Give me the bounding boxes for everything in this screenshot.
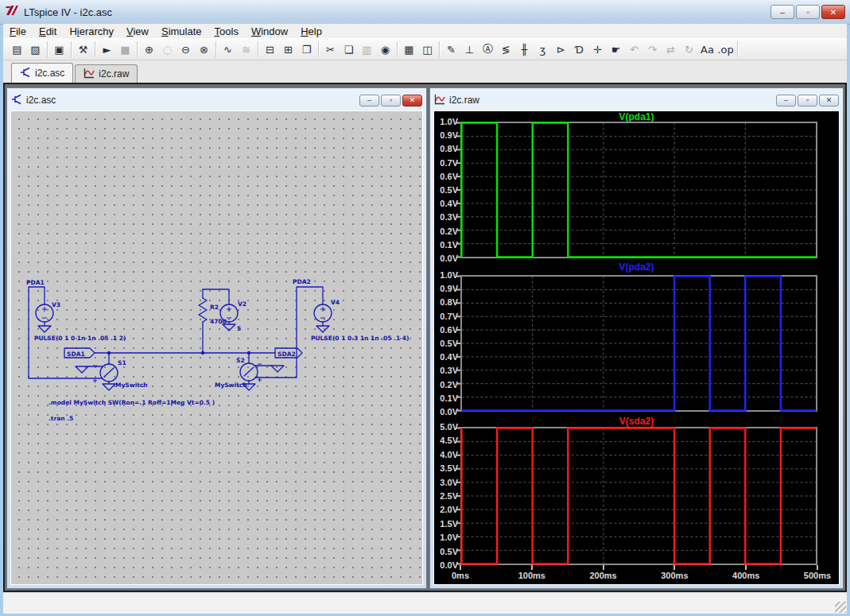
schematic-window-title: i2c.asc	[26, 95, 56, 106]
close-button[interactable]: ✕	[402, 95, 422, 107]
menu-hierarchy[interactable]: Hierarchy	[63, 25, 120, 38]
toolbar-separator	[439, 41, 440, 57]
menu-file[interactable]: File	[3, 25, 33, 38]
place-text-button[interactable]: Aa	[698, 41, 716, 58]
menu-simulate[interactable]: Simulate	[155, 25, 208, 38]
cascade-windows-button[interactable]: ❐	[297, 41, 316, 58]
place-ground-button[interactable]: ⊥	[460, 41, 479, 58]
zoom-in-button[interactable]: ⊕	[140, 41, 158, 58]
plot-title-3[interactable]: V(sda2)	[434, 416, 839, 427]
schematic-window-titlebar[interactable]: i2c.asc –▫✕	[10, 91, 424, 110]
schematic-window: i2c.asc –▫✕	[6, 87, 427, 589]
open-file-button[interactable]: ▨	[26, 41, 45, 58]
place-component-button[interactable]: Ɗ	[570, 41, 588, 58]
toolbar-separator	[47, 41, 48, 57]
menu-window[interactable]: Window	[245, 25, 294, 38]
net-flag-sda2: SDA2	[278, 351, 296, 358]
x-tick	[673, 565, 675, 570]
status-bar	[3, 592, 847, 614]
ltspice-main-window: LTspice IV - i2c.asc –▫✕ FileEditHierarc…	[0, 0, 850, 616]
draw-wire-button[interactable]: ✎	[442, 41, 460, 58]
autorange-waveform-button[interactable]: ∿	[219, 41, 237, 58]
y-tick-label: 0.4V	[434, 353, 458, 362]
v2-value: 5	[237, 325, 241, 332]
v3-name: V3	[52, 301, 60, 308]
s1-name: S1	[118, 359, 126, 366]
control-panel-button[interactable]: ⚒	[74, 41, 92, 58]
rotate-button: ↻	[680, 41, 698, 58]
plot-title-2[interactable]: V(pda2)	[434, 262, 839, 273]
zoom-out-button[interactable]: ⊖	[177, 41, 195, 58]
toolbar-separator	[318, 41, 319, 57]
y-tick-label: 3.0V	[434, 478, 458, 487]
tab-i2c-asc[interactable]: i2c.asc	[11, 63, 73, 83]
plot-area-1[interactable]	[460, 122, 817, 258]
copy-button[interactable]: ❏	[340, 41, 358, 58]
y-tick-label: 4.5V	[434, 436, 458, 445]
r2-name: R2	[210, 304, 219, 311]
s2-name: S2	[236, 357, 245, 364]
y-tick-label: 2.5V	[434, 492, 458, 501]
schematic-icon	[20, 67, 31, 80]
menu-tools[interactable]: Tools	[208, 25, 245, 38]
close-button[interactable]: ✕	[821, 5, 845, 19]
y-tick-label: 0.5V	[434, 339, 458, 348]
x-tick	[603, 565, 604, 570]
y-tick-label: 0.8V	[434, 298, 458, 307]
tile-horizontal-button[interactable]: ⊟	[261, 41, 279, 58]
maximize-button[interactable]: ▫	[381, 95, 401, 107]
y-tick-label: 0.1V	[434, 241, 458, 250]
maximize-button[interactable]: ▫	[798, 95, 817, 107]
place-capacitor-button[interactable]: ╫	[515, 41, 534, 58]
y-tick-label: 0.6V	[434, 326, 458, 335]
y-tick-label: 0.9V	[434, 131, 458, 140]
tab-i2c-raw[interactable]: i2c.raw	[75, 64, 138, 83]
save-button[interactable]: ▣	[50, 41, 68, 58]
s1-model: MySwitch	[115, 382, 148, 389]
tile-vertical-button[interactable]: ⊞	[279, 41, 297, 58]
main-titlebar[interactable]: LTspice IV - i2c.asc –▫✕	[0, 0, 850, 25]
minimize-button[interactable]: –	[359, 95, 379, 107]
net-label-pda2: PDA2	[293, 278, 311, 285]
menu-view[interactable]: View	[120, 25, 155, 38]
schematic-canvas[interactable]: PDA1 V3 PULSE(0 1 0 1n 1n .05 .1 2) SDA1…	[10, 110, 423, 585]
new-schematic-button[interactable]: ▤	[8, 41, 26, 58]
model-directive: .model MySwitch SW(Ron=.1 Roff=1Meg Vt=0…	[49, 399, 215, 406]
toolbar-separator	[71, 41, 72, 57]
close-button[interactable]: ✕	[819, 95, 839, 107]
resize-grip[interactable]	[835, 602, 846, 613]
menu-help[interactable]: Help	[294, 25, 328, 38]
waveform-window: i2c.raw –▫✕ V(pda1)1.0V0.9V0.8V0.7V0.6V0…	[429, 87, 844, 589]
print-preview-button[interactable]: ◫	[418, 41, 437, 58]
place-diode-button[interactable]: ⊳	[552, 41, 570, 58]
plot-title-1[interactable]: V(pda1)	[434, 111, 839, 122]
mdi-area: i2c.asc –▫✕	[3, 83, 847, 592]
menu-edit[interactable]: Edit	[33, 25, 63, 38]
plot-area-3[interactable]	[460, 427, 817, 565]
minimize-button[interactable]: –	[770, 5, 794, 19]
y-tick-label: 0.6V	[434, 172, 458, 181]
move-button[interactable]: ✛	[588, 41, 607, 58]
redo-button: ↷	[643, 41, 662, 58]
plot-area-2[interactable]	[460, 275, 817, 412]
drag-button[interactable]: ☛	[607, 41, 625, 58]
menu-bar: FileEditHierarchyViewSimulateToolsWindow…	[3, 24, 847, 38]
y-tick-label: 1.0V	[434, 271, 458, 280]
y-tick-label: 1.0V	[434, 533, 458, 542]
place-inductor-button[interactable]: ʒ	[534, 41, 552, 58]
cut-button[interactable]: ✂	[321, 41, 340, 58]
zoom-full-extents-button[interactable]: ⊗	[195, 41, 213, 58]
place-resistor-button[interactable]: ≶	[497, 41, 515, 58]
print-button[interactable]: ▦	[400, 41, 418, 58]
y-tick-label: 0.2V	[434, 227, 458, 236]
waveform-canvas[interactable]: V(pda1)1.0V0.9V0.8V0.7V0.6V0.5V0.4V0.3V0…	[433, 110, 840, 585]
run-simulation-button[interactable]: ►	[98, 41, 116, 58]
x-tick	[745, 565, 747, 570]
spice-directive-button[interactable]: .op	[716, 41, 735, 58]
maximize-button[interactable]: ▫	[796, 5, 820, 19]
find-button[interactable]: ◉	[376, 41, 394, 58]
minimize-button[interactable]: –	[776, 95, 796, 107]
waveform-window-titlebar[interactable]: i2c.raw –▫✕	[433, 91, 840, 110]
place-net-label-button[interactable]: Ⓐ	[479, 41, 497, 58]
y-tick-label: 0.8V	[434, 145, 458, 153]
